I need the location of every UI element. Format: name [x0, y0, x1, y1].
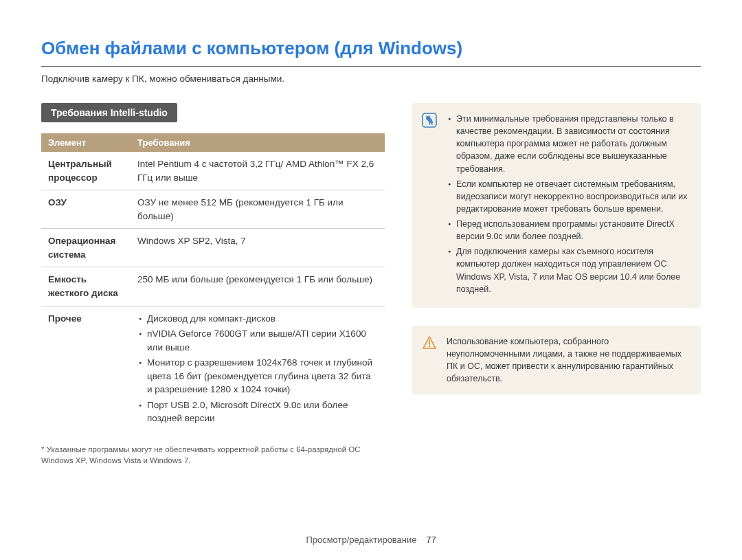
list-item: Если компьютер не отвечает системным тре… [447, 178, 690, 215]
row-key-other: Прочее [41, 306, 131, 433]
row-key: Центральный процессор [41, 152, 131, 190]
footnote-text: * Указанные программы могут не обеспечив… [41, 444, 385, 466]
list-item: Монитор с разрешением 1024x768 точек и г… [137, 356, 378, 396]
list-item: Эти минимальные требования представлены … [447, 113, 690, 175]
footer-section: Просмотр/редактирование [306, 535, 416, 545]
list-item: Порт USB 2.0, Microsoft DirectX 9.0c или… [137, 399, 378, 425]
warning-icon [422, 335, 437, 350]
page-footer: Просмотр/редактирование 77 [0, 535, 742, 545]
list-item: Для подключения камеры как съемного носи… [447, 245, 690, 295]
list-item: Дисковод для компакт-дисков [137, 312, 378, 326]
list-item: nVIDIA Geforce 7600GT или выше/ATI серии… [137, 327, 378, 354]
info-note-box: ✎ Эти минимальные требования представлен… [412, 103, 701, 308]
table-row: Емкость жесткого диска 250 МБ или больше… [41, 267, 385, 306]
row-key: ОЗУ [41, 190, 131, 229]
info-list: Эти минимальные требования представлены … [447, 113, 690, 298]
warning-note-box: Использование компьютера, собранного неу… [412, 326, 701, 395]
table-row: Операционная система Windows XP SP2, Vis… [41, 229, 385, 267]
requirements-table: Элемент Требования Центральный процессор… [41, 133, 385, 433]
row-val-other: Дисковод для компакт-дисков nVIDIA Gefor… [131, 306, 385, 433]
row-key: Емкость жесткого диска [41, 267, 131, 306]
table-row: Прочее Дисковод для компакт-дисков nVIDI… [41, 306, 385, 433]
warning-text: Использование компьютера, собранного неу… [447, 335, 690, 385]
table-row: ОЗУ ОЗУ не менее 512 МБ (рекомендуется 1… [41, 190, 385, 229]
row-val: Intel Pentium 4 с частотой 3,2 ГГц/ AMD … [131, 152, 385, 190]
row-val: Windows XP SP2, Vista, 7 [131, 229, 385, 267]
info-icon: ✎ [422, 113, 437, 128]
page-title: Обмен файлами с компьютером (для Windows… [41, 38, 701, 67]
row-key: Операционная система [41, 229, 131, 267]
footer-page-number: 77 [426, 535, 436, 545]
section-heading: Требования Intelli-studio [41, 103, 177, 122]
right-column: ✎ Эти минимальные требования представлен… [412, 103, 701, 466]
table-row: Центральный процессор Intel Pentium 4 с … [41, 152, 385, 190]
row-val: ОЗУ не менее 512 МБ (рекомендуется 1 ГБ … [131, 190, 385, 229]
svg-point-3 [429, 346, 430, 347]
row-val: 250 МБ или больше (рекомендуется 1 ГБ ил… [131, 267, 385, 306]
table-head-col1: Элемент [41, 133, 131, 152]
left-column: Требования Intelli-studio Элемент Требов… [41, 103, 385, 466]
table-head-col2: Требования [131, 133, 385, 152]
page-subtitle: Подключив камеру к ПК, можно обмениватьс… [41, 74, 701, 84]
list-item: Перед использованием программы установит… [447, 218, 690, 243]
svg-text:✎: ✎ [425, 114, 434, 126]
